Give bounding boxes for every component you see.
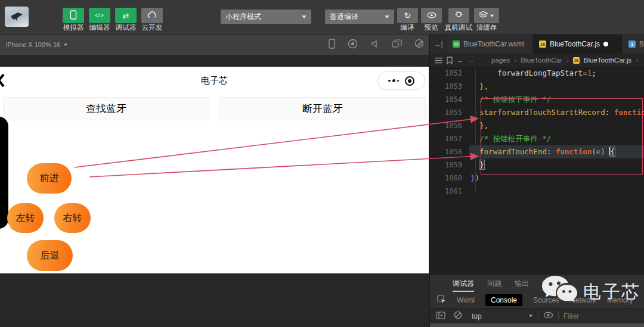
refresh-icon: ↻ xyxy=(404,11,411,20)
simulator-pane: iPhone X 100% 16 电子芯 查找蓝牙 断开蓝牙 xyxy=(0,35,429,327)
tab-problems[interactable]: 问题 xyxy=(487,279,501,289)
joystick-pad[interactable] xyxy=(0,117,8,229)
forward-button[interactable]: 前进 xyxy=(27,163,72,194)
tab-console[interactable]: Console xyxy=(485,294,522,306)
code-line[interactable]: 1052 forwardLongTapStart=1; xyxy=(430,67,644,80)
page-title: 电子芯 xyxy=(0,75,429,86)
record-icon[interactable] xyxy=(348,39,358,51)
preview-button[interactable] xyxy=(421,8,442,23)
cloud-icon xyxy=(147,11,157,20)
mode-dropdown-value: 小程序模式 xyxy=(225,12,302,22)
debugger-panel: 调试器 问题 输出 终端 Wxml Console Sources Networ… xyxy=(430,274,644,327)
editor-button[interactable]: </> xyxy=(89,8,110,23)
tab-label: Bl xyxy=(639,40,644,48)
tab-bluetoothcar-js[interactable]: JS BlueToothCar.js xyxy=(533,35,623,54)
cloud-dev-button[interactable] xyxy=(141,8,163,23)
tab-output[interactable]: 输出 xyxy=(515,279,529,289)
tab-terminal[interactable]: 终端 xyxy=(542,279,556,289)
top-toolbar: </> ⇄ 模拟器 编辑器 调试器 云开发 小程序模式 普通编译 ↻ xyxy=(0,0,644,35)
backward-button[interactable]: 后退 xyxy=(27,240,73,271)
forward-arrow-icon[interactable]: → xyxy=(468,57,475,64)
tab-debugger[interactable]: 调试器 xyxy=(453,279,474,292)
devtools-tabbar: Wxml Console Sources Network Memory Sec xyxy=(430,292,644,308)
multi-window-icon[interactable] xyxy=(392,39,402,51)
filter-input[interactable]: Filter xyxy=(564,312,580,320)
turn-left-button[interactable]: 左转 xyxy=(7,203,44,233)
sidebar-toggle-icon[interactable] xyxy=(436,312,445,321)
find-bluetooth-button[interactable]: 查找蓝牙 xyxy=(3,97,209,120)
simulator-button[interactable] xyxy=(63,8,84,23)
tab-wxml[interactable]: Wxml xyxy=(457,296,475,304)
debugger-label: 调试器 xyxy=(113,23,139,32)
editor-label: 编辑器 xyxy=(86,23,113,32)
compile-button[interactable]: ↻ xyxy=(397,8,418,23)
simulator-toolbar: iPhone X 100% 16 xyxy=(0,35,429,55)
menu-icon[interactable] xyxy=(435,57,442,64)
debugger-button[interactable]: ⇄ xyxy=(115,8,137,23)
sound-icon[interactable] xyxy=(370,39,379,51)
code-line[interactable]: 1061 xyxy=(430,185,644,198)
chevron-down-icon[interactable] xyxy=(528,315,532,317)
editor-tabbar: →| <> BlueToothCar.wxml JS BlueToothCar.… xyxy=(430,35,644,54)
bug-icon xyxy=(454,10,463,21)
clear-cache-label: 清缓存 xyxy=(473,23,500,32)
device-frame-icon[interactable] xyxy=(329,39,335,51)
clear-console-icon[interactable] xyxy=(454,311,462,321)
tab-sources[interactable]: Sources xyxy=(533,296,559,304)
forward-label: 前进 xyxy=(40,172,59,185)
simulator-label: 模拟器 xyxy=(60,23,86,32)
find-bluetooth-label: 查找蓝牙 xyxy=(86,102,126,116)
phone-icon xyxy=(70,10,77,21)
breadcrumb-folder[interactable]: BlueToothCar xyxy=(521,57,562,64)
chevron-right-icon: › xyxy=(514,57,516,64)
tab-label: BlueToothCar.js xyxy=(550,40,600,48)
block-rotate-icon[interactable] xyxy=(414,39,424,51)
console-context-select[interactable]: top xyxy=(472,312,482,320)
eye-icon xyxy=(427,10,436,21)
chevron-down-icon xyxy=(490,14,494,17)
user-avatar[interactable] xyxy=(5,7,29,27)
close-circle-icon[interactable] xyxy=(405,76,414,86)
device-selector[interactable]: iPhone X 100% 16 xyxy=(6,41,68,48)
annotation-red-box xyxy=(481,98,643,175)
clear-cache-button[interactable] xyxy=(474,8,499,23)
chevron-down-icon xyxy=(64,43,67,46)
breadcrumb-file[interactable]: BlueToothCar.js xyxy=(584,57,632,64)
editor-pane: →| <> BlueToothCar.wxml JS BlueToothCar.… xyxy=(429,35,644,327)
compile-mode-dropdown[interactable]: 普通编译 xyxy=(325,10,394,24)
real-device-debug-button[interactable] xyxy=(448,8,469,23)
mode-dropdown[interactable]: 小程序模式 xyxy=(221,10,311,24)
turn-right-button[interactable]: 右转 xyxy=(54,203,91,233)
miniprogram-screen: 电子芯 查找蓝牙 断开蓝牙 前进 左转 右转 后退 xyxy=(0,67,429,273)
bookmark-icon[interactable] xyxy=(447,57,453,64)
wxss-file-icon: 3 xyxy=(628,41,636,48)
cloud-dev-label: 云开发 xyxy=(139,23,165,32)
chevron-right-icon: › xyxy=(636,57,638,64)
disconnect-bluetooth-button[interactable]: 断开蓝牙 xyxy=(219,97,426,120)
tab-memory[interactable]: Memory xyxy=(607,296,633,304)
console-content-strip xyxy=(430,323,644,327)
goto-sidebar-icon[interactable]: →| xyxy=(430,35,447,54)
inspect-element-icon[interactable] xyxy=(437,295,446,306)
breadcrumb-pages[interactable]: pages xyxy=(491,57,510,64)
code-icon: </> xyxy=(95,13,104,18)
panel-tabbar: 调试器 问题 输出 终端 xyxy=(430,275,644,292)
backward-label: 后退 xyxy=(41,250,60,262)
breadcrumb: ← → pages › BlueToothCar › JS BlueToothC… xyxy=(430,54,644,67)
back-arrow-icon[interactable]: ← xyxy=(457,57,464,64)
more-icon[interactable] xyxy=(388,79,399,82)
tab-network[interactable]: Network xyxy=(570,296,596,304)
js-file-icon: JS xyxy=(573,57,580,64)
unsaved-dot-icon xyxy=(603,42,608,46)
chevron-down-icon xyxy=(302,15,306,18)
code-line[interactable]: 1053 }, xyxy=(430,80,644,93)
chevron-right-icon: › xyxy=(566,57,569,64)
miniprogram-capsule xyxy=(377,71,425,90)
preview-label: 预览 xyxy=(418,23,444,32)
compile-label: 编译 xyxy=(394,23,420,32)
debug-icon: ⇄ xyxy=(123,11,129,20)
tab-bluetoothcar-wxml[interactable]: <> BlueToothCar.wxml xyxy=(447,35,533,54)
divider xyxy=(538,312,538,321)
eye-icon[interactable] xyxy=(543,312,553,320)
tab-bluetoothcar-wxss[interactable]: 3 Bl xyxy=(623,35,644,54)
